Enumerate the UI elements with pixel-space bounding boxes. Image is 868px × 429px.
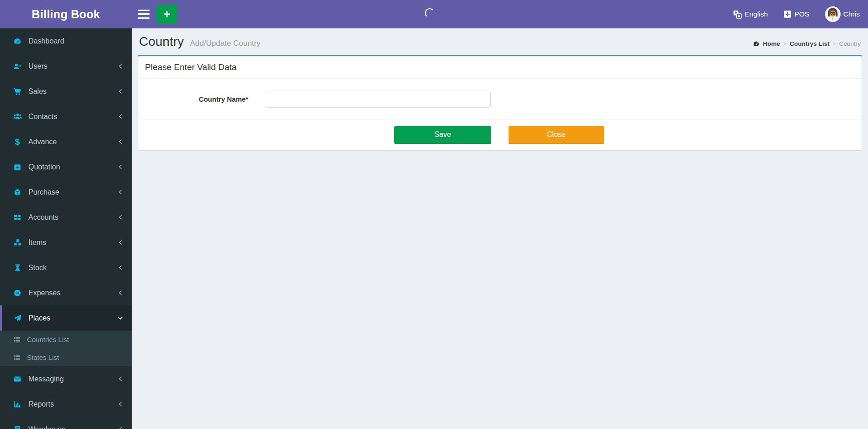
sidebar-item-label: Accounts	[28, 213, 59, 222]
sidebar-item-sales[interactable]: Sales	[0, 79, 132, 104]
country-name-label: Country Name*	[145, 95, 248, 103]
users-group-icon	[12, 112, 23, 121]
cube-icon	[12, 188, 23, 196]
chevron-down-icon	[117, 315, 123, 321]
cubes-icon	[12, 238, 23, 247]
breadcrumb-separator: >	[833, 41, 836, 47]
sidebar-item-label: Places	[28, 314, 50, 322]
grid-icon	[12, 213, 23, 222]
country-form-card: Please Enter Valid Data Country Name* Sa…	[138, 55, 862, 151]
sidebar-item-contacts[interactable]: Contacts	[0, 104, 132, 129]
places-submenu: Countries List States List	[0, 331, 132, 366]
card-title: Please Enter Valid Data	[138, 56, 862, 79]
main-content: Country Add/Update Country Home > Countr…	[132, 28, 868, 429]
list-icon	[12, 353, 22, 361]
sidebar-item-label: Items	[28, 239, 46, 247]
home-gauge-icon	[753, 40, 760, 47]
chevron-left-icon	[118, 114, 123, 119]
hourglass-icon	[12, 264, 23, 272]
envelope-icon	[12, 375, 23, 383]
minus-circle-icon	[12, 289, 23, 297]
chevron-left-icon	[118, 63, 123, 69]
sidebar-item-messaging[interactable]: Messaging	[0, 366, 132, 391]
sidebar-toggle-icon[interactable]	[138, 10, 150, 19]
submenu-item-label: Countries List	[27, 336, 69, 343]
card-footer: Save Close	[138, 119, 862, 150]
country-name-row: Country Name*	[145, 91, 855, 108]
sidebar-item-label: Purchase	[28, 188, 59, 196]
sidebar-item-places[interactable]: Places	[0, 305, 132, 331]
sidebar-item-quotation[interactable]: Quotation	[0, 154, 132, 179]
page-subtitle: Add/Update Country	[190, 39, 261, 48]
navbar-right-controls: English POS	[733, 6, 868, 22]
sidebar-item-label: Contacts	[28, 113, 57, 121]
app-logo[interactable]: Billing Book	[0, 0, 132, 28]
close-button[interactable]: Close	[509, 126, 604, 144]
chevron-left-icon	[118, 376, 123, 382]
sidebar-item-warehouse[interactable]: Warehouse	[0, 417, 132, 429]
building-icon	[12, 425, 23, 429]
country-name-input[interactable]	[266, 91, 491, 108]
user-avatar	[825, 6, 841, 22]
sidebar-menu: Dashboard Users	[0, 28, 132, 429]
sidebar-item-label: Warehouse	[28, 425, 65, 429]
sidebar-item-accounts[interactable]: Accounts	[0, 205, 132, 230]
shopping-cart-icon	[12, 87, 23, 96]
content-header: Country Add/Update Country Home > Countr…	[132, 28, 868, 55]
save-button[interactable]: Save	[394, 126, 491, 144]
breadcrumb-separator: >	[783, 41, 787, 47]
sidebar-item-label: Sales	[28, 87, 47, 96]
chevron-left-icon	[118, 239, 123, 245]
calendar-plus-icon	[12, 163, 23, 171]
chevron-left-icon	[118, 426, 123, 429]
dollar-icon: $	[12, 137, 23, 146]
card-body: Country Name*	[138, 79, 862, 119]
top-navbar: Billing Book English	[0, 0, 868, 28]
plus-icon	[162, 10, 171, 19]
sidebar-item-expenses[interactable]: Expenses	[0, 280, 132, 305]
navbar-left-controls	[132, 5, 177, 24]
sidebar-item-users[interactable]: Users	[0, 54, 132, 79]
sidebar-item-label: Advance	[28, 138, 57, 146]
paper-plane-icon	[12, 314, 23, 322]
pos-button[interactable]: POS	[783, 10, 809, 18]
chevron-left-icon	[118, 139, 123, 145]
sidebar-item-items[interactable]: Items	[0, 230, 132, 255]
sidebar-item-label: Stock	[28, 264, 47, 272]
list-icon	[12, 336, 22, 343]
quick-add-button[interactable]	[156, 5, 177, 24]
loading-spinner-icon	[425, 8, 434, 18]
sidebar-item-advance[interactable]: $ Advance	[0, 129, 132, 154]
breadcrumb-countrys-list[interactable]: Countrys List	[790, 40, 830, 47]
pos-label: POS	[794, 10, 809, 18]
sidebar: Dashboard Users	[0, 28, 132, 429]
user-name-label: Chris	[843, 10, 860, 18]
sidebar-item-countries-list[interactable]: Countries List	[0, 331, 132, 348]
sidebar-item-label: Messaging	[28, 375, 64, 383]
sidebar-item-label: Quotation	[28, 163, 60, 171]
breadcrumb-home[interactable]: Home	[763, 40, 780, 47]
sidebar-item-label: Users	[28, 62, 48, 71]
sidebar-item-stock[interactable]: Stock	[0, 255, 132, 280]
chevron-left-icon	[118, 290, 123, 296]
user-plus-icon	[12, 62, 23, 71]
chevron-left-icon	[118, 164, 123, 170]
language-label: English	[745, 10, 768, 18]
sidebar-item-label: Expenses	[28, 289, 60, 297]
sidebar-item-reports[interactable]: Reports	[0, 391, 132, 417]
plus-square-icon	[783, 10, 792, 18]
language-selector[interactable]: English	[733, 10, 768, 19]
sidebar-item-states-list[interactable]: States List	[0, 348, 132, 366]
chevron-left-icon	[118, 265, 123, 271]
required-asterisk: *	[246, 95, 248, 103]
page-title: Country	[139, 34, 184, 49]
breadcrumb: Home > Countrys List > Country	[753, 40, 861, 47]
sidebar-item-label: Dashboard	[28, 37, 64, 45]
sidebar-item-dashboard[interactable]: Dashboard	[0, 28, 132, 54]
tachometer-icon	[12, 37, 23, 45]
submenu-item-label: States List	[27, 353, 59, 361]
user-menu[interactable]: Chris	[825, 6, 860, 22]
sidebar-item-label: Reports	[28, 400, 54, 408]
sidebar-item-purchase[interactable]: Purchase	[0, 179, 132, 205]
chevron-left-icon	[118, 189, 123, 195]
